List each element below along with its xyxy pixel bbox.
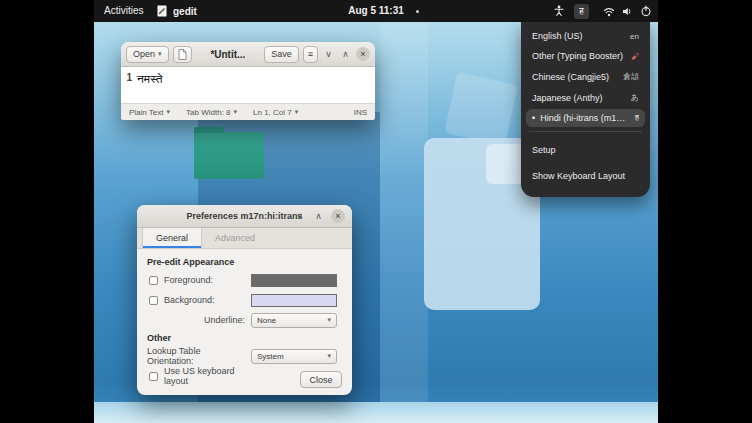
language-badge: 倉頡 [623, 71, 639, 82]
gedit-statusbar: Plain Text ▾ Tab Width: 8 ▾ Ln 1, Col 7 … [121, 103, 375, 120]
lookup-orientation-dropdown[interactable]: System ▾ [251, 349, 337, 364]
preferences-body: Pre-edit Appearance Foreground: Backgrou… [137, 249, 352, 395]
minimize-button[interactable]: ∨ [322, 47, 335, 62]
preferences-titlebar[interactable]: Preferences m17n:hi:itrans ∨ ∧ × [137, 205, 352, 228]
volume-icon [622, 6, 633, 17]
close-button[interactable]: × [331, 209, 345, 223]
hamburger-icon: ≡ [308, 49, 313, 59]
menu-item-show-keyboard-layout[interactable]: Show Keyboard Layout [526, 163, 645, 189]
cursor-position-label: Ln 1, Col 7 [253, 108, 292, 117]
new-document-button[interactable] [173, 46, 192, 63]
chevron-down-icon: ▾ [327, 316, 331, 324]
menu-item-label: Other (Typing Booster) [532, 51, 626, 61]
lookup-orientation-label: Lookup Table Orientation: [147, 346, 245, 366]
document-text: नमस्ते [137, 72, 163, 97]
language-selector[interactable]: Plain Text ▾ [129, 108, 170, 117]
menu-item-chinese-cangjie[interactable]: Chinese (Cangjie5) 倉頡 [526, 67, 645, 86]
chevron-down-icon: ▾ [158, 50, 162, 58]
open-button[interactable]: Open ▾ [126, 46, 169, 63]
foreground-checkbox[interactable] [149, 276, 158, 285]
chevron-down-icon: ▾ [327, 352, 331, 360]
tab-width-selector[interactable]: Tab Width: 8 ▾ [186, 108, 237, 117]
close-button[interactable]: × [356, 47, 370, 61]
chevron-down-icon: ▾ [295, 108, 299, 116]
gedit-window: Open ▾ *Untit... Save ≡ ∨ ∧ × [121, 42, 375, 120]
network-icon [603, 6, 615, 17]
menu-item-label: Japanese (Anthy) [532, 93, 626, 103]
chevron-down-icon: ▾ [167, 108, 171, 116]
menu-button[interactable]: ≡ [303, 46, 318, 63]
menu-item-label: Chinese (Cangjie5) [532, 72, 618, 82]
foreground-row: Foreground: [147, 273, 342, 287]
section-other: Other [147, 333, 342, 343]
save-button[interactable]: Save [264, 46, 299, 63]
brush-icon: 🖌 [631, 52, 639, 61]
underline-dropdown[interactable]: None ▾ [251, 313, 337, 328]
menu-item-hindi-itrans[interactable]: • Hindi (hi-itrans (m17n)) ह [526, 109, 645, 127]
chevron-down-icon: ▾ [234, 108, 238, 116]
app-menu-label: gedit [173, 6, 197, 17]
foreground-label: Foreground: [164, 275, 213, 285]
foreground-color-button[interactable] [251, 274, 337, 287]
us-keyboard-label: Use US keyboard layout [164, 366, 251, 386]
input-method-indicator[interactable]: ह [574, 4, 589, 19]
language-label: Plain Text [129, 108, 164, 117]
menu-item-label: English (US) [532, 31, 625, 41]
lookup-orientation-value: System [257, 352, 284, 361]
wallpaper-tilted-square [444, 72, 518, 146]
preferences-dialog: Preferences m17n:hi:itrans ∨ ∧ × General… [137, 205, 352, 395]
window-controls: ∨ ∧ × [293, 205, 345, 227]
background-label: Background: [164, 295, 215, 305]
language-badge: en [630, 32, 639, 41]
underline-label: Underline: [204, 315, 245, 325]
tab-advanced[interactable]: Advanced [202, 228, 268, 248]
system-menu[interactable] [603, 5, 652, 17]
app-menu[interactable]: gedit [156, 0, 197, 22]
top-bar: Activities gedit Aug 5 11:31 ह [94, 0, 658, 22]
menu-item-japanese-anthy[interactable]: Japanese (Anthy) あ [526, 88, 645, 107]
gedit-icon [156, 5, 168, 17]
gedit-headerbar: Open ▾ *Untit... Save ≡ ∨ ∧ × [121, 42, 375, 67]
tab-general[interactable]: General [142, 228, 202, 248]
language-badge: あ [631, 92, 639, 103]
menu-item-english-us[interactable]: English (US) en [526, 27, 645, 45]
menu-separator [529, 131, 642, 132]
background-row: Background: [147, 293, 342, 307]
background-checkbox[interactable] [149, 296, 158, 305]
menu-item-typing-booster[interactable]: Other (Typing Booster) 🖌 [526, 47, 645, 65]
document-title: *Untit... [196, 49, 261, 60]
menu-item-setup[interactable]: Setup [526, 137, 645, 163]
underline-value: None [257, 316, 276, 325]
minimize-button[interactable]: ∨ [293, 209, 306, 224]
clock[interactable]: Aug 5 11:31 [348, 0, 404, 22]
us-keyboard-checkbox[interactable] [149, 372, 158, 381]
desktop: Activities gedit Aug 5 11:31 ह [94, 0, 658, 423]
menu-item-label: Hindi (hi-itrans (m17n)) [540, 113, 630, 123]
accessibility-icon[interactable] [553, 5, 565, 17]
selected-bullet-icon: • [532, 114, 535, 123]
activities-button[interactable]: Activities [104, 0, 143, 22]
notification-indicator [416, 10, 419, 13]
status-indicators[interactable]: ह [553, 0, 652, 22]
wallpaper-light-column [380, 22, 428, 403]
new-document-icon [178, 49, 187, 60]
maximize-button[interactable]: ∧ [312, 209, 325, 224]
letterboxed-stage: Activities gedit Aug 5 11:31 ह [0, 0, 752, 423]
tab-width-label: Tab Width: 8 [186, 108, 230, 117]
close-dialog-button[interactable]: Close [300, 371, 342, 388]
cursor-position-selector[interactable]: Ln 1, Col 7 ▾ [253, 108, 298, 117]
open-button-label: Open [133, 49, 155, 59]
input-source-menu: English (US) en Other (Typing Booster) 🖌… [521, 22, 650, 197]
power-icon [640, 5, 652, 17]
section-preedit-appearance: Pre-edit Appearance [147, 257, 342, 267]
wallpaper-folder-shape [194, 132, 264, 179]
underline-row: Underline: None ▾ [147, 313, 342, 327]
maximize-button[interactable]: ∧ [339, 47, 352, 62]
language-badge: ह [635, 113, 639, 123]
wallpaper-bottom-band [94, 402, 658, 423]
background-color-button[interactable] [251, 294, 337, 307]
text-editor-area[interactable]: 1 नमस्ते [121, 67, 375, 103]
line-number: 1 [121, 72, 137, 97]
lookup-orientation-row: Lookup Table Orientation: System ▾ [147, 349, 342, 363]
preferences-tabs: General Advanced [137, 228, 352, 249]
